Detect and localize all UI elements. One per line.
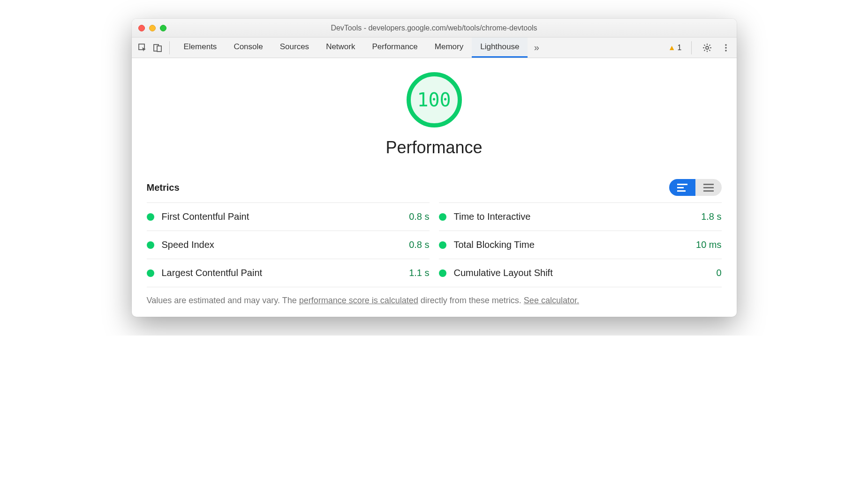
- tab-sources[interactable]: Sources: [272, 37, 317, 58]
- status-dot-icon: [147, 213, 154, 221]
- metric-row[interactable]: Largest Contentful Paint 1.1 s: [147, 259, 430, 287]
- svg-point-6: [725, 50, 727, 52]
- view-toggle-compact[interactable]: [669, 179, 695, 196]
- footnote-text: directly from these metrics.: [418, 296, 524, 305]
- tab-console[interactable]: Console: [225, 37, 271, 58]
- window-controls: [138, 25, 166, 31]
- tab-memory[interactable]: Memory: [426, 37, 472, 58]
- view-toggle-expanded[interactable]: [695, 179, 722, 196]
- metric-row[interactable]: First Contentful Paint 0.8 s: [147, 202, 430, 231]
- metrics-heading: Metrics: [147, 182, 180, 193]
- metric-name: Largest Contentful Paint: [162, 268, 263, 278]
- warnings-badge[interactable]: ▲ 1: [668, 44, 682, 52]
- metric-name: Total Blocking Time: [454, 239, 535, 250]
- lighthouse-panel: 100 Performance Metrics: [132, 58, 737, 317]
- compact-view-icon: [677, 184, 687, 192]
- device-toolbar-icon[interactable]: [151, 42, 164, 54]
- toolbar-separator: [169, 41, 170, 54]
- minimize-window-button[interactable]: [149, 25, 156, 31]
- performance-score-gauge[interactable]: 100: [407, 72, 462, 127]
- metrics-grid: First Contentful Paint 0.8 s Time to Int…: [147, 202, 722, 287]
- more-tabs-icon[interactable]: »: [530, 42, 543, 54]
- status-dot-icon: [147, 269, 154, 277]
- metric-value: 1.1 s: [409, 268, 429, 278]
- svg-rect-2: [157, 46, 161, 52]
- panel-tabs: Elements Console Sources Network Perform…: [175, 37, 528, 58]
- warning-count: 1: [678, 44, 682, 52]
- close-window-button[interactable]: [138, 25, 145, 31]
- settings-gear-icon[interactable]: [701, 42, 713, 54]
- tab-label: Elements: [184, 42, 217, 52]
- status-dot-icon: [439, 269, 446, 277]
- metric-row[interactable]: Time to Interactive 1.8 s: [439, 202, 722, 231]
- calculator-link[interactable]: See calculator.: [524, 296, 579, 305]
- metric-value: 0.8 s: [409, 239, 429, 250]
- metric-name: First Contentful Paint: [162, 211, 249, 222]
- svg-point-3: [706, 46, 709, 49]
- status-dot-icon: [147, 241, 154, 249]
- devtools-window: DevTools - developers.google.com/web/too…: [132, 19, 737, 317]
- score-summary: 100 Performance: [147, 72, 722, 157]
- tab-performance[interactable]: Performance: [363, 37, 426, 58]
- score-calculation-link[interactable]: performance score is calculated: [299, 296, 418, 305]
- tab-label: Lighthouse: [480, 42, 519, 52]
- metric-name: Time to Interactive: [454, 211, 531, 222]
- view-toggle: [669, 179, 722, 196]
- metric-row[interactable]: Speed Index 0.8 s: [147, 231, 430, 259]
- category-title: Performance: [385, 138, 482, 157]
- tab-label: Memory: [435, 42, 463, 52]
- metric-row[interactable]: Total Blocking Time 10 ms: [439, 231, 722, 259]
- expanded-view-icon: [703, 184, 714, 192]
- devtools-toolbar: Elements Console Sources Network Perform…: [132, 37, 737, 58]
- toolbar-right: ▲ 1: [668, 41, 732, 54]
- tab-label: Network: [326, 42, 355, 52]
- metric-name: Cumulative Layout Shift: [454, 268, 553, 278]
- tab-elements[interactable]: Elements: [175, 37, 226, 58]
- metrics-header: Metrics: [147, 179, 722, 196]
- tab-network[interactable]: Network: [317, 37, 363, 58]
- zoom-window-button[interactable]: [160, 25, 166, 31]
- window-title: DevTools - developers.google.com/web/too…: [132, 24, 737, 32]
- status-dot-icon: [439, 213, 446, 221]
- footnote-text: Values are estimated and may vary. The: [147, 296, 299, 305]
- toolbar-separator: [691, 41, 692, 54]
- metric-name: Speed Index: [162, 239, 214, 250]
- metric-row[interactable]: Cumulative Layout Shift 0: [439, 259, 722, 287]
- metric-value: 0: [716, 268, 721, 278]
- warning-icon: ▲: [668, 44, 676, 52]
- metric-value: 1.8 s: [701, 211, 721, 222]
- svg-point-5: [725, 47, 727, 49]
- kebab-menu-icon[interactable]: [720, 42, 732, 54]
- metrics-footnote: Values are estimated and may vary. The p…: [147, 296, 722, 306]
- inspect-element-icon[interactable]: [136, 42, 149, 54]
- tab-lighthouse[interactable]: Lighthouse: [472, 37, 528, 58]
- tab-label: Console: [234, 42, 263, 52]
- tab-label: Sources: [280, 42, 309, 52]
- titlebar: DevTools - developers.google.com/web/too…: [132, 19, 737, 37]
- score-value: 100: [417, 89, 451, 111]
- tab-label: Performance: [372, 42, 417, 52]
- status-dot-icon: [439, 241, 446, 249]
- metric-value: 0.8 s: [409, 211, 429, 222]
- svg-point-4: [725, 44, 727, 46]
- metric-value: 10 ms: [696, 239, 721, 250]
